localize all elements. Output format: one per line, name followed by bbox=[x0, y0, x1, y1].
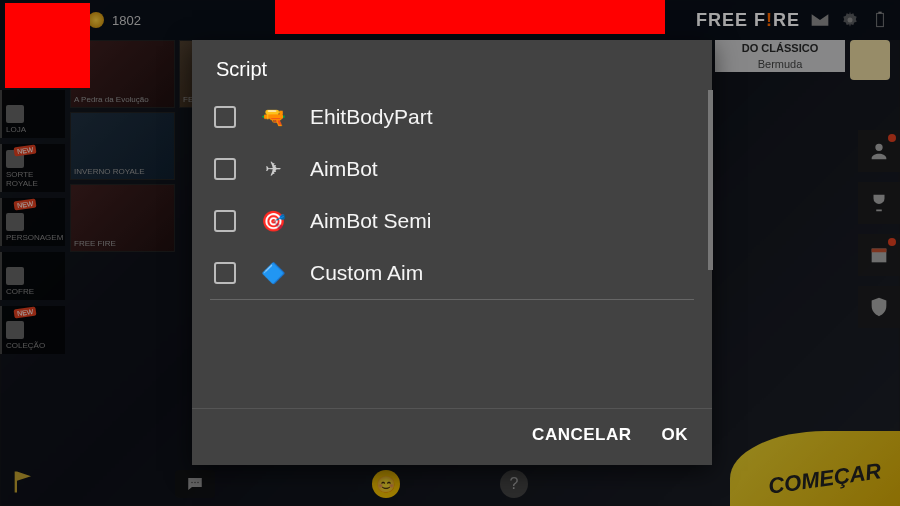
cancel-button[interactable]: CANCELAR bbox=[532, 425, 631, 445]
modal-actions: CANCELAR OK bbox=[192, 408, 712, 465]
redacted-region-bar bbox=[275, 0, 665, 34]
script-option-custom-aim[interactable]: 🔷 Custom Aim bbox=[196, 247, 708, 299]
modal-scrollbar[interactable] bbox=[708, 90, 713, 270]
option-label: EhitBodyPart bbox=[310, 105, 433, 129]
option-label: Custom Aim bbox=[310, 261, 423, 285]
script-options-list: 🔫 EhitBodyPart ✈ AimBot 🎯 AimBot Semi 🔷 … bbox=[192, 91, 712, 408]
option-label: AimBot bbox=[310, 157, 378, 181]
ok-button[interactable]: OK bbox=[662, 425, 689, 445]
plane-icon: ✈ bbox=[258, 157, 288, 181]
modal-title: Script bbox=[192, 40, 712, 91]
script-option-aimbot[interactable]: ✈ AimBot bbox=[196, 143, 708, 195]
gun-icon: 🔫 bbox=[258, 105, 288, 129]
redacted-region-avatar bbox=[5, 3, 90, 88]
checkbox[interactable] bbox=[214, 106, 236, 128]
diamond-icon: 🔷 bbox=[258, 261, 288, 285]
script-option-aimbot-semi[interactable]: 🎯 AimBot Semi bbox=[196, 195, 708, 247]
checkbox[interactable] bbox=[214, 158, 236, 180]
checkbox[interactable] bbox=[214, 262, 236, 284]
script-modal: Script 🔫 EhitBodyPart ✈ AimBot 🎯 AimBot … bbox=[192, 40, 712, 465]
option-label: AimBot Semi bbox=[310, 209, 431, 233]
script-option-ehitbodypart[interactable]: 🔫 EhitBodyPart bbox=[196, 91, 708, 143]
divider bbox=[210, 299, 694, 300]
target-icon: 🎯 bbox=[258, 209, 288, 233]
checkbox[interactable] bbox=[214, 210, 236, 232]
